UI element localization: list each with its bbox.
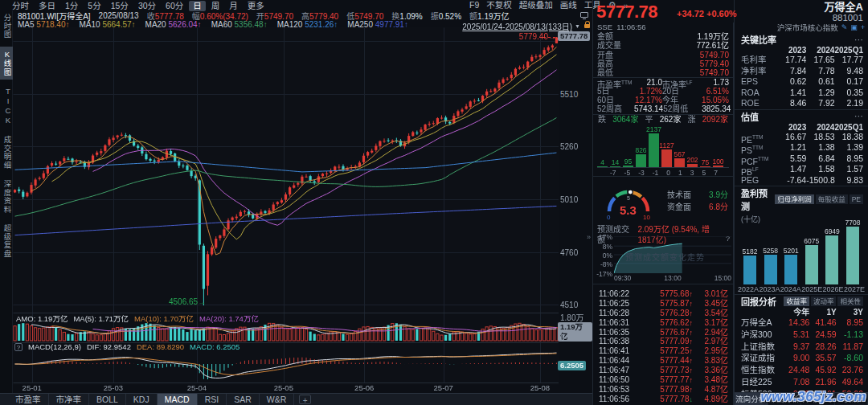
stat-row-最高: 最高5779.40 xyxy=(593,59,733,68)
collapse-panel-icon[interactable]: » xyxy=(587,233,591,241)
stat-row-最低: 最低5749.70 xyxy=(593,68,733,77)
edit-icon[interactable]: ✎ xyxy=(841,22,848,33)
earnings-categories: 2022A2023A2024A2025E2026E2027E xyxy=(735,284,868,294)
metric-row-净利率: 净利率7.847.789.48 xyxy=(735,66,868,77)
toolbar-item-画线[interactable]: 画线 xyxy=(560,0,577,10)
toolbar-item-超级叠加[interactable]: 超级叠加 xyxy=(519,0,553,10)
earnings-forecast-header: 盈利预测 归母净利润每股收益PE xyxy=(735,186,868,212)
earnings-tab-PE[interactable]: PE xyxy=(850,194,863,204)
time-and-sales-list[interactable]: 11:06:225775.68↑3.01亿11:06:255775.87↑3.4… xyxy=(593,288,732,403)
dif-label: DIF: 92.9542 xyxy=(87,342,131,351)
sidebar-item-成交明细[interactable]: 成交明细 xyxy=(0,133,13,173)
chevron-down-icon[interactable]: ▼ xyxy=(575,23,580,29)
kline-chart-canvas[interactable] xyxy=(13,27,559,385)
dea-label: DEA: 89.8290 xyxy=(137,342,184,351)
indicator-tab-BOLL[interactable]: BOLL xyxy=(89,394,126,405)
earnings-cat-2023A: 2023A xyxy=(759,284,780,294)
volume-legend: AMO: 1.19万亿 MA(5): 1.71万亿 MA(10): 1.70万亿… xyxy=(16,313,259,324)
tape-row[interactable]: 11:06:415777.25↑2.95亿 xyxy=(599,346,728,356)
valuation-table: PETTM16.6718.5318.38PSTTM1.211.381.39PCF… xyxy=(735,132,868,186)
earnings-bar-2023A: 5258 xyxy=(762,247,780,284)
sidebar-item-分时图[interactable]: 分时图 xyxy=(0,10,13,43)
date-range-control[interactable]: 2025/01/24-2025/08/13(133日) ▼ xyxy=(447,20,590,32)
indicator-tab-MACD[interactable]: MACD xyxy=(158,394,198,405)
dist-tick: -7 xyxy=(610,169,616,177)
index-group-row: 沪深市场核心指数 ✎ ▣ + xyxy=(735,22,868,33)
earnings-tab-每股收益[interactable]: 每股收益 xyxy=(816,194,848,204)
indicator-tab-市盈率[interactable]: 市盈率 xyxy=(8,394,49,405)
change-pct: +0.60% xyxy=(706,9,737,18)
unlock-icon[interactable] xyxy=(584,24,590,28)
tape-row[interactable]: 11:06:475777.73↑3.36亿 xyxy=(599,366,728,375)
indicator-tab-W&R[interactable]: W&R xyxy=(260,394,295,405)
dist-tick: 7 xyxy=(714,169,718,177)
tape-row[interactable]: 11:06:385777.09↑2.97亿 xyxy=(599,337,728,346)
earnings-tab-归母净利润[interactable]: 归母净利润 xyxy=(775,194,814,204)
returns-row-日经225: 日经2257.0821.9649.64 xyxy=(735,376,868,388)
returns-tab-相关性[interactable]: 相关性 xyxy=(837,297,863,306)
dist-bar: 826 xyxy=(636,147,646,167)
tape-row[interactable]: 11:06:315776.62↑3.17亿 xyxy=(599,318,728,328)
tape-row[interactable]: 11:06:255775.87↑3.45亿 xyxy=(599,299,728,309)
tape-row[interactable]: 11:06:505777.77↑3.48亿 xyxy=(599,375,728,385)
tape-row[interactable]: 11:06:285776.28↑3.54亿 xyxy=(599,309,728,318)
time-tick-25-07: 25-07 xyxy=(430,383,457,392)
earnings-bar-2027E: 7708 xyxy=(844,219,862,284)
tape-row[interactable]: 11:06:535777.98↑4.87亿 xyxy=(599,385,728,395)
tape-row[interactable]: 11:06:355776.67↑2.94亿 xyxy=(599,328,728,338)
wind-terminal: 分时多日1分5分15分30分60分日周月更多 F9不复权超级叠加画线工具⚙» 8… xyxy=(0,0,868,405)
returns-tab-收益率[interactable]: 收益率 xyxy=(784,297,809,306)
volume-axis-zero: 0 xyxy=(560,333,591,342)
dist-tick: -3 xyxy=(638,169,645,177)
mini-chart-x-axis: 09:3013:0015:00 xyxy=(614,274,731,282)
year-col-2025Q1: 2025Q1 xyxy=(834,123,863,132)
tape-row[interactable]: 11:06:565777.78↓4.89亿 xyxy=(599,395,728,404)
window-icon[interactable]: ▣ xyxy=(850,22,858,33)
sentiment-gauge-block: 5 0 10 5.3 技术面3.9分资金面6.8分 xyxy=(593,176,733,224)
valuation-years: 202320242025Q1 xyxy=(735,123,868,132)
time-axis: 25-0125-0325-0425-0525-0625-0725-08 xyxy=(13,383,559,392)
tape-row[interactable]: 11:06:445777.44↑3.83亿 xyxy=(599,356,728,366)
metric-row-PEG: PEG-7.64-1500.89.83 xyxy=(735,175,868,186)
period-low-label: 4506.65→ xyxy=(169,297,206,306)
dist-bar: 75 xyxy=(700,159,710,167)
year-col-2023: 2023 xyxy=(778,46,806,55)
help-icon[interactable]: ? xyxy=(14,343,23,351)
earnings-cat-2022A: 2022A xyxy=(738,284,759,294)
section-title: 回报分析 xyxy=(741,295,776,308)
returns-columns: 今年1Y3Y xyxy=(735,308,868,317)
sidebar-item-超级复盘[interactable]: 超级复盘 xyxy=(0,221,13,261)
returns-row-上证指数: 上证指数9.3728.2611.87 xyxy=(735,341,868,353)
last-price: 5777.78 xyxy=(596,2,657,22)
sidebar-item-深度资料[interactable]: 深度资料 xyxy=(0,177,13,217)
sidebar-item-K线图[interactable]: K线图 xyxy=(0,47,13,80)
indicator-tab-SAR[interactable]: SAR xyxy=(227,394,260,405)
dist-bar: 2137 xyxy=(649,126,659,167)
price-tick-5260: 5260 xyxy=(560,142,591,151)
index-group-label[interactable]: 沪深市场核心指数 xyxy=(777,22,838,33)
stat-row4: 市盈率TTM21.0市净率LF1.73 xyxy=(593,77,733,86)
mini-x-tick: 13:00 xyxy=(664,274,681,282)
indicator-tab-RSI[interactable]: RSI xyxy=(198,394,227,405)
returns-tab-波动率[interactable]: 波动率 xyxy=(811,297,837,306)
add-icon[interactable]: + xyxy=(861,22,865,33)
dist-bar: 95 xyxy=(623,158,633,167)
date-range-label[interactable]: 2025/01/24-2025/08/13(133日) xyxy=(462,20,572,32)
period-tab-15分[interactable]: 15分 xyxy=(107,1,133,11)
dist-tick: -1 xyxy=(653,169,659,177)
dist-bar: 567 xyxy=(674,151,685,167)
add-indicator-icon[interactable]: + xyxy=(299,395,311,404)
sidebar-item-TICK[interactable]: TICK xyxy=(0,84,13,129)
indicator-tab-市净率[interactable]: 市净率 xyxy=(49,394,90,405)
earnings-bar-chart: 518252585201607569497708 xyxy=(735,222,868,284)
more-menu-icon[interactable]: ⋯ xyxy=(854,111,863,121)
dist-bar: 202 xyxy=(687,157,698,167)
year-col-2024: 2024 xyxy=(806,46,834,55)
more-menu-icon[interactable]: ⋯ xyxy=(854,35,863,45)
site-watermark: www.365jz.com xyxy=(760,389,866,405)
stat-row-金额: 金额1.19万亿 xyxy=(593,32,733,41)
tape-row[interactable]: 11:06:225775.68↑3.01亿 xyxy=(599,289,728,299)
instrument-number: 881001 xyxy=(833,13,863,22)
stat-row4: 52周高5743.1452周低3825.34 xyxy=(593,104,733,113)
indicator-tab-KDJ[interactable]: KDJ xyxy=(126,394,158,405)
